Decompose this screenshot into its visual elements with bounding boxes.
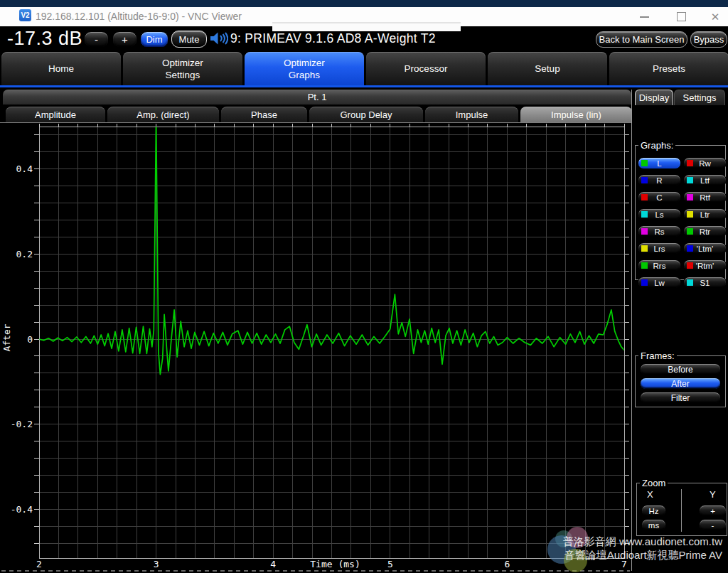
channel-color-swatch bbox=[641, 211, 648, 218]
frame-button-before[interactable]: Before bbox=[640, 363, 721, 375]
svg-text:0: 0 bbox=[27, 334, 33, 345]
bypass-button[interactable]: Bypass bbox=[690, 31, 727, 48]
channel-button-ltm[interactable]: 'Ltm' bbox=[683, 242, 727, 255]
channel-button-lrs[interactable]: Lrs bbox=[638, 242, 681, 255]
tab-settings[interactable]: Settings bbox=[674, 90, 725, 105]
volume-level: -17.3 dB bbox=[7, 28, 82, 50]
channel-label: L bbox=[657, 159, 661, 168]
speaker-icon bbox=[210, 31, 228, 48]
svg-text:-0.4: -0.4 bbox=[11, 504, 33, 515]
zoom-legend: Zoom bbox=[640, 478, 668, 488]
graphs-channel-panel: Graphs: LRwRLtfCRtfLsLtrRsRtrLrs'Ltm'Rrs… bbox=[635, 145, 726, 280]
channel-button-grid: LRwRLtfCRtfLsLtrRsRtrLrs'Ltm'Rrs'Rtm'LwS… bbox=[638, 157, 725, 289]
graph-tab-phase[interactable]: Phase bbox=[221, 107, 307, 122]
channel-color-swatch bbox=[641, 194, 648, 200]
channel-label: Lrs bbox=[654, 245, 665, 253]
channel-button-rtr[interactable]: Rtr bbox=[683, 225, 727, 237]
channel-button-rtf[interactable]: Rtf bbox=[683, 191, 727, 203]
tab-display[interactable]: Display bbox=[635, 90, 673, 105]
close-icon[interactable]: ✕ bbox=[702, 7, 728, 26]
channel-button-ltf[interactable]: Ltf bbox=[683, 174, 727, 186]
channel-color-swatch bbox=[641, 228, 648, 235]
channel-color-swatch bbox=[687, 177, 693, 183]
tab-setup[interactable]: Setup bbox=[488, 52, 607, 85]
window-title: 192.168.12.101 (Altitude-16-9:0) - VNC V… bbox=[36, 7, 242, 26]
channel-label: 'Ltm' bbox=[697, 245, 714, 253]
channel-button-lw[interactable]: Lw bbox=[638, 277, 681, 289]
channel-label: C bbox=[656, 193, 662, 202]
channel-button-l[interactable]: L bbox=[638, 157, 681, 169]
channel-button-r[interactable]: R bbox=[638, 174, 681, 186]
window-top-strip bbox=[0, 0, 728, 7]
tab-home[interactable]: Home bbox=[1, 52, 121, 85]
channel-label: Rs bbox=[654, 227, 664, 236]
channel-button-rtm[interactable]: 'Rtm' bbox=[683, 259, 727, 272]
tab-optimizer-graphs[interactable]: Optimizer Graphs bbox=[245, 52, 364, 85]
svg-text:0.4: 0.4 bbox=[16, 164, 33, 174]
channel-color-swatch bbox=[687, 279, 693, 286]
channel-color-swatch bbox=[687, 211, 693, 218]
point-selector-bar[interactable]: Pt. 1 bbox=[3, 90, 631, 105]
zoom-x-header: X bbox=[647, 489, 653, 500]
graph-tab-amplitude[interactable]: Amplitude bbox=[6, 107, 105, 122]
channel-label: R bbox=[656, 176, 662, 185]
graph-tab-group-delay[interactable]: Group Delay bbox=[309, 107, 423, 122]
zoom-y-header: Y bbox=[710, 489, 716, 500]
maximize-icon[interactable] bbox=[669, 7, 693, 26]
volume-up-button[interactable]: + bbox=[112, 31, 137, 48]
channel-button-rs[interactable]: Rs bbox=[638, 225, 681, 237]
active-tab-underline bbox=[0, 85, 728, 87]
tab-processor[interactable]: Processor bbox=[366, 52, 486, 85]
channel-label: Rw bbox=[699, 159, 711, 168]
channel-button-ltr[interactable]: Ltr bbox=[683, 208, 727, 220]
svg-text:7: 7 bbox=[621, 559, 627, 569]
tab-optimizer-settings[interactable]: Optimizer Settings bbox=[123, 52, 242, 85]
channel-color-swatch bbox=[641, 245, 648, 252]
subtab-underline bbox=[0, 122, 632, 123]
channel-label: Ltr bbox=[700, 210, 710, 219]
svg-text:Time (ms): Time (ms) bbox=[310, 559, 360, 569]
zoom-panel: Zoom X Y Hz ms + - bbox=[636, 483, 727, 536]
frame-button-after[interactable]: After bbox=[640, 377, 721, 390]
channel-label: Rrs bbox=[653, 262, 666, 270]
channel-button-c[interactable]: C bbox=[638, 191, 681, 203]
channel-label: Rtr bbox=[700, 227, 710, 236]
frames-panel: Frames: BeforeAfterFilter bbox=[635, 355, 726, 407]
back-to-main-screen-button[interactable]: Back to Main Screen bbox=[596, 31, 687, 48]
graph-tab-impulse-lin[interactable]: Impulse (lin) bbox=[520, 107, 632, 122]
frame-button-filter[interactable]: Filter bbox=[640, 392, 721, 404]
channel-button-rrs[interactable]: Rrs bbox=[638, 259, 681, 272]
channel-button-s1[interactable]: S1 bbox=[683, 277, 727, 289]
svg-text:After: After bbox=[1, 323, 12, 351]
vnc-toolbar-strip bbox=[272, 22, 461, 31]
svg-text:0.2: 0.2 bbox=[16, 249, 33, 259]
svg-text:-0.2: -0.2 bbox=[11, 419, 33, 429]
dim-button[interactable]: Dim bbox=[140, 31, 168, 48]
svg-text:2: 2 bbox=[36, 559, 42, 569]
graphs-legend: Graphs: bbox=[638, 140, 675, 151]
graph-tab-amp-direct[interactable]: Amp. (direct) bbox=[107, 107, 219, 122]
volume-down-button[interactable]: - bbox=[84, 31, 109, 48]
channel-label: Rtf bbox=[700, 193, 710, 202]
mute-button[interactable]: Mute bbox=[171, 31, 207, 48]
minimize-icon[interactable] bbox=[632, 7, 656, 26]
channel-label: Ltf bbox=[700, 176, 710, 185]
impulse-response-chart: 0.40.20-0.2-0.4234567Time (ms)After bbox=[0, 124, 633, 573]
channel-button-rw[interactable]: Rw bbox=[683, 157, 727, 169]
svg-text:3: 3 bbox=[154, 559, 159, 569]
channel-color-swatch bbox=[641, 262, 648, 269]
zoom-out-button[interactable]: - bbox=[699, 519, 727, 531]
channel-label: S1 bbox=[700, 279, 710, 287]
channel-color-swatch bbox=[641, 160, 648, 166]
frames-legend: Frames: bbox=[638, 350, 677, 361]
svg-text:6: 6 bbox=[504, 559, 510, 569]
channel-color-swatch bbox=[687, 160, 693, 166]
svg-text:4: 4 bbox=[270, 559, 276, 569]
graph-tab-impulse[interactable]: Impulse bbox=[425, 107, 518, 122]
tab-presets[interactable]: Presets bbox=[609, 52, 728, 85]
zoom-ms-button[interactable]: ms bbox=[641, 519, 666, 531]
zoom-hz-button[interactable]: Hz bbox=[641, 505, 666, 517]
channel-color-swatch bbox=[687, 194, 693, 200]
channel-button-ls[interactable]: Ls bbox=[638, 208, 681, 220]
zoom-in-button[interactable]: + bbox=[699, 505, 727, 517]
